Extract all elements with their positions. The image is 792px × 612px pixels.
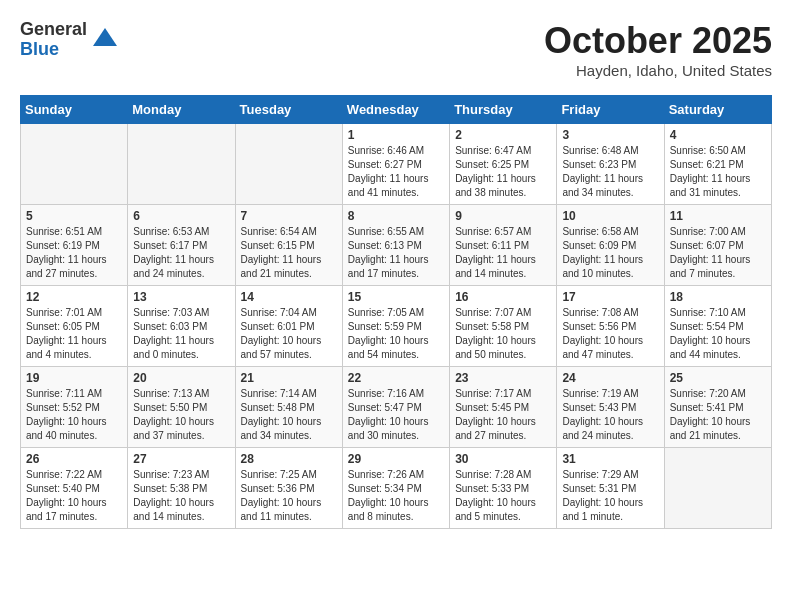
logo-general-text: General <box>20 20 87 40</box>
weekday-header-row: SundayMondayTuesdayWednesdayThursdayFrid… <box>21 96 772 124</box>
calendar-week-4: 19Sunrise: 7:11 AM Sunset: 5:52 PM Dayli… <box>21 367 772 448</box>
day-info: Sunrise: 6:58 AM Sunset: 6:09 PM Dayligh… <box>562 225 658 281</box>
day-number: 23 <box>455 371 551 385</box>
svg-marker-0 <box>93 28 117 46</box>
day-number: 30 <box>455 452 551 466</box>
calendar-week-1: 1Sunrise: 6:46 AM Sunset: 6:27 PM Daylig… <box>21 124 772 205</box>
calendar-cell: 26Sunrise: 7:22 AM Sunset: 5:40 PM Dayli… <box>21 448 128 529</box>
day-info: Sunrise: 7:07 AM Sunset: 5:58 PM Dayligh… <box>455 306 551 362</box>
calendar-cell: 3Sunrise: 6:48 AM Sunset: 6:23 PM Daylig… <box>557 124 664 205</box>
day-number: 10 <box>562 209 658 223</box>
day-info: Sunrise: 7:04 AM Sunset: 6:01 PM Dayligh… <box>241 306 337 362</box>
day-info: Sunrise: 7:08 AM Sunset: 5:56 PM Dayligh… <box>562 306 658 362</box>
day-number: 19 <box>26 371 122 385</box>
calendar-week-3: 12Sunrise: 7:01 AM Sunset: 6:05 PM Dayli… <box>21 286 772 367</box>
day-number: 17 <box>562 290 658 304</box>
day-info: Sunrise: 6:50 AM Sunset: 6:21 PM Dayligh… <box>670 144 766 200</box>
month-title: October 2025 <box>544 20 772 62</box>
day-number: 14 <box>241 290 337 304</box>
day-info: Sunrise: 6:57 AM Sunset: 6:11 PM Dayligh… <box>455 225 551 281</box>
calendar-cell: 11Sunrise: 7:00 AM Sunset: 6:07 PM Dayli… <box>664 205 771 286</box>
day-number: 22 <box>348 371 444 385</box>
logo: General Blue <box>20 20 119 60</box>
day-number: 7 <box>241 209 337 223</box>
weekday-header-tuesday: Tuesday <box>235 96 342 124</box>
day-info: Sunrise: 6:54 AM Sunset: 6:15 PM Dayligh… <box>241 225 337 281</box>
calendar-cell: 22Sunrise: 7:16 AM Sunset: 5:47 PM Dayli… <box>342 367 449 448</box>
day-info: Sunrise: 7:23 AM Sunset: 5:38 PM Dayligh… <box>133 468 229 524</box>
day-number: 15 <box>348 290 444 304</box>
calendar-cell: 8Sunrise: 6:55 AM Sunset: 6:13 PM Daylig… <box>342 205 449 286</box>
day-number: 26 <box>26 452 122 466</box>
calendar-cell: 9Sunrise: 6:57 AM Sunset: 6:11 PM Daylig… <box>450 205 557 286</box>
day-info: Sunrise: 7:03 AM Sunset: 6:03 PM Dayligh… <box>133 306 229 362</box>
calendar-cell: 1Sunrise: 6:46 AM Sunset: 6:27 PM Daylig… <box>342 124 449 205</box>
calendar-cell: 30Sunrise: 7:28 AM Sunset: 5:33 PM Dayli… <box>450 448 557 529</box>
calendar-cell: 14Sunrise: 7:04 AM Sunset: 6:01 PM Dayli… <box>235 286 342 367</box>
calendar-cell: 6Sunrise: 6:53 AM Sunset: 6:17 PM Daylig… <box>128 205 235 286</box>
calendar-table: SundayMondayTuesdayWednesdayThursdayFrid… <box>20 95 772 529</box>
day-info: Sunrise: 6:46 AM Sunset: 6:27 PM Dayligh… <box>348 144 444 200</box>
day-info: Sunrise: 7:01 AM Sunset: 6:05 PM Dayligh… <box>26 306 122 362</box>
day-number: 1 <box>348 128 444 142</box>
calendar-cell: 27Sunrise: 7:23 AM Sunset: 5:38 PM Dayli… <box>128 448 235 529</box>
weekday-header-friday: Friday <box>557 96 664 124</box>
calendar-cell: 4Sunrise: 6:50 AM Sunset: 6:21 PM Daylig… <box>664 124 771 205</box>
day-info: Sunrise: 7:14 AM Sunset: 5:48 PM Dayligh… <box>241 387 337 443</box>
day-info: Sunrise: 7:20 AM Sunset: 5:41 PM Dayligh… <box>670 387 766 443</box>
calendar-cell <box>235 124 342 205</box>
weekday-header-thursday: Thursday <box>450 96 557 124</box>
calendar-cell: 7Sunrise: 6:54 AM Sunset: 6:15 PM Daylig… <box>235 205 342 286</box>
day-number: 11 <box>670 209 766 223</box>
day-info: Sunrise: 7:00 AM Sunset: 6:07 PM Dayligh… <box>670 225 766 281</box>
calendar-cell <box>128 124 235 205</box>
day-info: Sunrise: 7:28 AM Sunset: 5:33 PM Dayligh… <box>455 468 551 524</box>
day-info: Sunrise: 7:17 AM Sunset: 5:45 PM Dayligh… <box>455 387 551 443</box>
day-number: 8 <box>348 209 444 223</box>
weekday-header-monday: Monday <box>128 96 235 124</box>
calendar-cell: 29Sunrise: 7:26 AM Sunset: 5:34 PM Dayli… <box>342 448 449 529</box>
day-number: 28 <box>241 452 337 466</box>
calendar-cell: 31Sunrise: 7:29 AM Sunset: 5:31 PM Dayli… <box>557 448 664 529</box>
calendar-cell <box>664 448 771 529</box>
day-info: Sunrise: 7:26 AM Sunset: 5:34 PM Dayligh… <box>348 468 444 524</box>
weekday-header-wednesday: Wednesday <box>342 96 449 124</box>
day-info: Sunrise: 7:19 AM Sunset: 5:43 PM Dayligh… <box>562 387 658 443</box>
calendar-cell <box>21 124 128 205</box>
logo-icon <box>91 26 119 54</box>
day-info: Sunrise: 7:25 AM Sunset: 5:36 PM Dayligh… <box>241 468 337 524</box>
day-info: Sunrise: 6:51 AM Sunset: 6:19 PM Dayligh… <box>26 225 122 281</box>
day-number: 6 <box>133 209 229 223</box>
day-info: Sunrise: 7:29 AM Sunset: 5:31 PM Dayligh… <box>562 468 658 524</box>
day-number: 24 <box>562 371 658 385</box>
calendar-cell: 20Sunrise: 7:13 AM Sunset: 5:50 PM Dayli… <box>128 367 235 448</box>
day-info: Sunrise: 7:05 AM Sunset: 5:59 PM Dayligh… <box>348 306 444 362</box>
day-number: 16 <box>455 290 551 304</box>
day-number: 5 <box>26 209 122 223</box>
day-number: 25 <box>670 371 766 385</box>
day-number: 29 <box>348 452 444 466</box>
day-info: Sunrise: 7:13 AM Sunset: 5:50 PM Dayligh… <box>133 387 229 443</box>
day-info: Sunrise: 6:48 AM Sunset: 6:23 PM Dayligh… <box>562 144 658 200</box>
calendar-cell: 10Sunrise: 6:58 AM Sunset: 6:09 PM Dayli… <box>557 205 664 286</box>
calendar-cell: 15Sunrise: 7:05 AM Sunset: 5:59 PM Dayli… <box>342 286 449 367</box>
calendar-cell: 24Sunrise: 7:19 AM Sunset: 5:43 PM Dayli… <box>557 367 664 448</box>
calendar-cell: 23Sunrise: 7:17 AM Sunset: 5:45 PM Dayli… <box>450 367 557 448</box>
weekday-header-saturday: Saturday <box>664 96 771 124</box>
calendar-week-5: 26Sunrise: 7:22 AM Sunset: 5:40 PM Dayli… <box>21 448 772 529</box>
day-number: 4 <box>670 128 766 142</box>
title-block: October 2025 Hayden, Idaho, United State… <box>544 20 772 79</box>
day-info: Sunrise: 7:22 AM Sunset: 5:40 PM Dayligh… <box>26 468 122 524</box>
day-number: 31 <box>562 452 658 466</box>
calendar-cell: 28Sunrise: 7:25 AM Sunset: 5:36 PM Dayli… <box>235 448 342 529</box>
calendar-cell: 25Sunrise: 7:20 AM Sunset: 5:41 PM Dayli… <box>664 367 771 448</box>
day-number: 2 <box>455 128 551 142</box>
calendar-cell: 5Sunrise: 6:51 AM Sunset: 6:19 PM Daylig… <box>21 205 128 286</box>
page-header: General Blue October 2025 Hayden, Idaho,… <box>20 20 772 79</box>
day-info: Sunrise: 6:53 AM Sunset: 6:17 PM Dayligh… <box>133 225 229 281</box>
location: Hayden, Idaho, United States <box>544 62 772 79</box>
day-number: 13 <box>133 290 229 304</box>
day-number: 3 <box>562 128 658 142</box>
calendar-cell: 16Sunrise: 7:07 AM Sunset: 5:58 PM Dayli… <box>450 286 557 367</box>
weekday-header-sunday: Sunday <box>21 96 128 124</box>
